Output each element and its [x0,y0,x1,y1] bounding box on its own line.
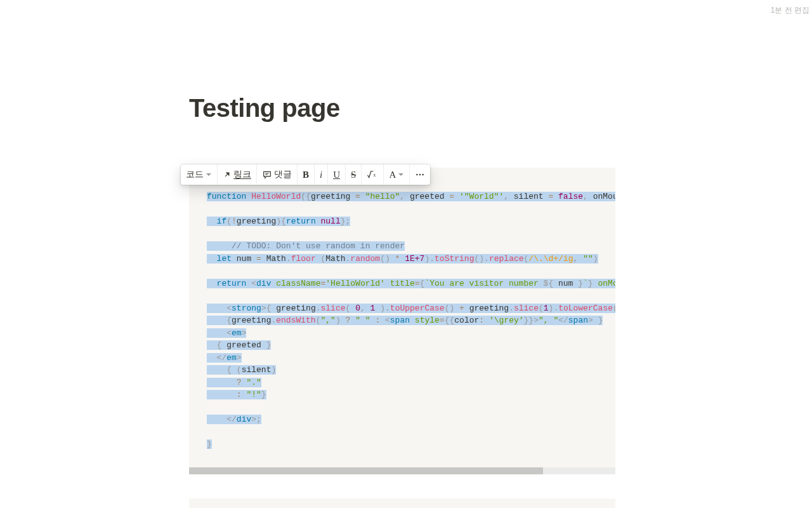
underline-button[interactable]: U [328,164,346,185]
block-type-label: 코드 [186,169,204,180]
comment-button[interactable]: 댓글 [257,164,298,185]
svg-text:x: x [374,172,376,178]
svg-point-1 [416,174,417,175]
link-label: 링크 [233,169,251,180]
arrow-icon [223,170,232,179]
edit-status-label: 1분 전 편집 [771,5,809,16]
equation-icon: x [367,170,378,180]
svg-point-3 [422,174,424,175]
chevron-down-icon [206,171,212,178]
chevron-down-icon [398,171,404,178]
comment-icon [262,170,272,180]
text-format-toolbar: 코드 링크 댓글 B i U S x A [181,164,430,185]
next-code-block[interactable] [189,498,615,508]
text-color-button[interactable]: A [384,164,410,185]
horizontal-scrollbar-thumb[interactable] [189,467,543,474]
code-block[interactable]: function HelloWorld({greeting = "hello",… [189,168,615,472]
page-title[interactable]: Testing page [189,94,340,123]
equation-button[interactable]: x [362,164,384,185]
more-icon [415,170,425,180]
link-button[interactable]: 링크 [218,164,257,185]
italic-button[interactable]: i [315,164,328,185]
bold-button[interactable]: B [298,164,315,185]
code-content[interactable]: function HelloWorld({greeting = "hello",… [207,190,598,451]
strike-button[interactable]: S [346,164,362,185]
block-type-button[interactable]: 코드 [181,164,218,185]
svg-point-2 [419,174,421,175]
more-button[interactable] [410,164,430,185]
comment-label: 댓글 [274,169,292,180]
